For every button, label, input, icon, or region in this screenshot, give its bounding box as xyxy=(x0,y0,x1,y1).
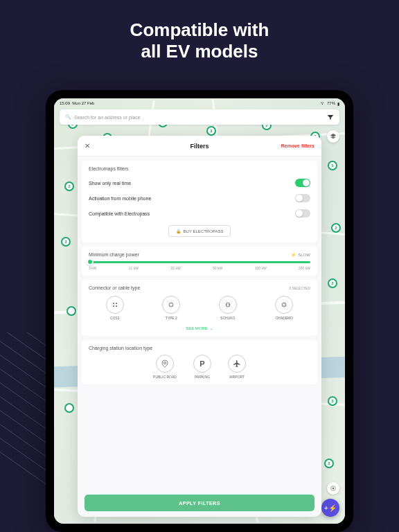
svg-point-0 xyxy=(113,303,114,304)
charge-power-section: Minimum charge power ⚡SLOW 3 kW 11 kW 22… xyxy=(82,247,317,276)
connector-schuko[interactable]: SCHUKO xyxy=(219,296,237,320)
status-time: 15:09 xyxy=(60,101,70,105)
connector-section: Connector or cable type 0 SELECTED CCS2 … xyxy=(82,280,317,336)
toggle-electropass[interactable] xyxy=(295,209,310,218)
map-pin[interactable] xyxy=(64,403,74,413)
map-pin[interactable]: 2 xyxy=(328,278,337,288)
map-pin[interactable]: 2 xyxy=(64,181,74,191)
location-type-section: Charging station location type PUBLIC RO… xyxy=(82,340,317,384)
tablet-frame: 15:09 Mon 27 Feb ᯤ 77% ▮ 2 3 2 3 2 2 5 2… xyxy=(46,90,353,532)
speed-tag: ⚡SLOW xyxy=(291,252,310,257)
connector-type2[interactable]: TYPE 2 xyxy=(162,296,180,320)
modal-title: Filters xyxy=(190,143,209,150)
slider-ticks: 3 kW 11 kW 22 kW 50 kW 100 kW 200 kW xyxy=(89,266,310,270)
map-pin[interactable]: 5 xyxy=(328,161,337,170)
battery-pct: 77% xyxy=(327,101,335,105)
electromaps-filters-section: Electromaps filters Show only real time … xyxy=(82,161,317,242)
svg-point-16 xyxy=(164,362,166,364)
svg-point-14 xyxy=(285,305,285,305)
svg-point-13 xyxy=(283,305,283,305)
selected-count: 0 SELECTED xyxy=(289,286,310,290)
section-title: Connector or cable type xyxy=(89,285,140,290)
search-bar[interactable]: 🔍 Search for an address or place xyxy=(60,109,339,125)
toggle-mobile[interactable] xyxy=(295,194,310,202)
modal-header: ✕ Filters Remove filters xyxy=(78,136,321,157)
filter-row: Compatible with Electropass xyxy=(89,206,310,221)
search-placeholder: Search for an address or place xyxy=(74,115,141,120)
filters-modal: ✕ Filters Remove filters Electromaps fil… xyxy=(78,136,321,517)
map-pin[interactable]: 3 xyxy=(206,126,216,136)
wifi-icon: ᯤ xyxy=(321,101,325,105)
buy-electropass-button[interactable]: 🔒 BUY ELECTROPASS xyxy=(168,225,231,237)
svg-point-6 xyxy=(170,305,170,306)
bolt-icon: ⚡ xyxy=(291,252,296,257)
tablet-screen: 15:09 Mon 27 Feb ᯤ 77% ▮ 2 3 2 3 2 2 5 2… xyxy=(54,98,345,524)
status-bar: 15:09 Mon 27 Feb ᯤ 77% ▮ xyxy=(54,98,345,108)
status-date: Mon 27 Feb xyxy=(72,101,94,105)
svg-point-5 xyxy=(171,303,172,304)
connector-ccs2[interactable]: CCS2 xyxy=(106,296,124,320)
filter-row: Activation from mobile phone xyxy=(89,190,310,206)
svg-point-10 xyxy=(229,304,230,305)
svg-point-1 xyxy=(116,303,117,304)
marketing-headline: Compatible with all EV models xyxy=(0,0,399,75)
svg-point-15 xyxy=(284,305,285,306)
filter-label: Compatible with Electropass xyxy=(89,211,150,216)
section-title: Charging station location type xyxy=(89,346,310,351)
layers-button[interactable] xyxy=(327,130,339,143)
svg-point-7 xyxy=(172,305,172,306)
search-icon: 🔍 xyxy=(65,114,71,120)
chevron-down-icon: ⌄ xyxy=(210,326,213,330)
svg-point-2 xyxy=(113,305,114,307)
location-airport[interactable]: AIRPORT xyxy=(228,355,246,379)
slider-thumb[interactable] xyxy=(87,258,94,265)
location-parking[interactable]: PPARKING xyxy=(193,355,211,379)
locate-me-button[interactable] xyxy=(327,482,339,495)
add-station-fab[interactable]: +⚡ xyxy=(321,499,339,517)
map-pin[interactable] xyxy=(66,306,76,316)
add-charger-icon: +⚡ xyxy=(324,504,337,512)
map-pin[interactable]: 2 xyxy=(331,223,341,233)
remove-filters-button[interactable]: Remove filters xyxy=(281,143,314,148)
lock-icon: 🔒 xyxy=(176,229,181,233)
close-button[interactable]: ✕ xyxy=(85,142,90,150)
filter-row: Show only real time xyxy=(89,175,310,190)
parking-icon: P xyxy=(200,360,204,368)
svg-point-3 xyxy=(116,305,117,307)
filter-icon[interactable] xyxy=(326,112,335,122)
toggle-realtime[interactable] xyxy=(295,179,310,187)
connector-chademo[interactable]: CHADEMO xyxy=(275,296,293,320)
section-title: Minimum charge power xyxy=(89,252,139,257)
location-public-road[interactable]: PUBLIC ROAD xyxy=(153,355,177,379)
svg-point-17 xyxy=(332,488,335,490)
see-more-button[interactable]: SEE MORE⌄ xyxy=(89,326,310,330)
apply-filters-button[interactable]: APPLY FILTERS xyxy=(85,495,314,511)
battery-icon: ▮ xyxy=(337,101,339,106)
svg-point-9 xyxy=(227,304,228,305)
map-pin[interactable]: 2 xyxy=(324,459,334,468)
map-pin[interactable]: 3 xyxy=(328,396,337,406)
map-pin[interactable]: 3 xyxy=(61,237,71,247)
power-slider[interactable] xyxy=(89,261,310,263)
svg-point-12 xyxy=(284,303,285,304)
svg-point-11 xyxy=(282,303,286,307)
filter-label: Show only real time xyxy=(89,181,131,186)
section-title: Electromaps filters xyxy=(89,166,310,171)
filter-label: Activation from mobile phone xyxy=(89,196,151,201)
